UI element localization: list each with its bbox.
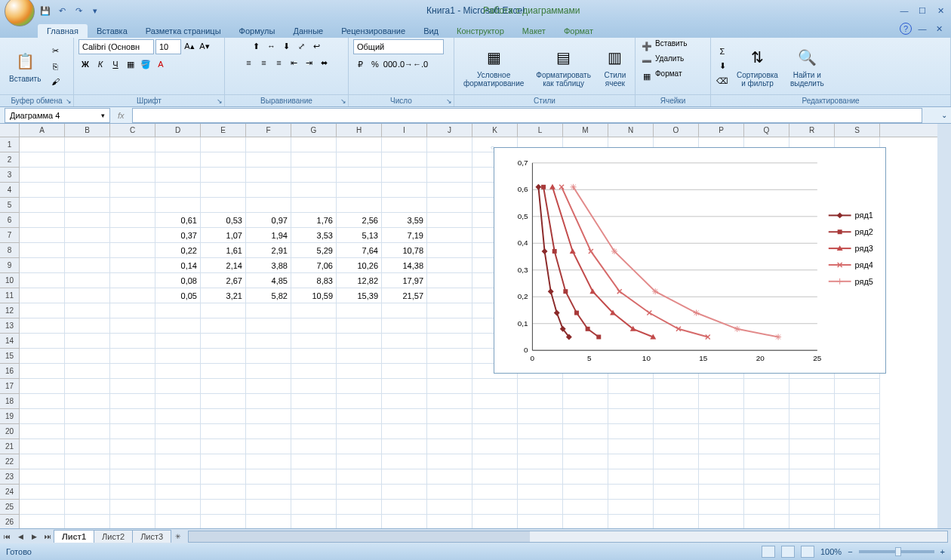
cell[interactable] — [20, 243, 65, 258]
cell[interactable] — [201, 168, 246, 183]
cell[interactable]: 10,78 — [382, 243, 427, 258]
cell[interactable] — [65, 273, 110, 288]
cell[interactable] — [65, 334, 110, 349]
cell[interactable] — [155, 318, 201, 334]
cell[interactable] — [654, 439, 699, 454]
column-header[interactable]: N — [608, 124, 654, 137]
sheet-tab-3[interactable]: Лист3 — [132, 530, 171, 543]
cell[interactable] — [382, 183, 427, 198]
select-all-corner[interactable] — [0, 124, 20, 137]
cell[interactable]: 15,39 — [337, 288, 382, 303]
cell[interactable] — [472, 469, 518, 485]
zoom-out-icon[interactable]: − — [848, 547, 852, 556]
cell[interactable] — [65, 258, 110, 273]
cell[interactable] — [427, 243, 472, 258]
cell[interactable] — [563, 409, 608, 424]
cell[interactable] — [699, 394, 744, 409]
cell[interactable] — [291, 394, 337, 409]
align-launcher-icon[interactable]: ↘ — [340, 97, 346, 105]
first-sheet-icon[interactable]: ⏮ — [0, 530, 14, 543]
cell[interactable] — [518, 379, 563, 394]
row-header[interactable]: 18 — [0, 394, 19, 409]
cell[interactable]: 5,29 — [291, 243, 337, 258]
cell[interactable] — [337, 379, 382, 394]
cell[interactable] — [291, 454, 337, 469]
cell[interactable] — [110, 228, 155, 243]
cell[interactable] — [20, 137, 65, 152]
cell[interactable]: 3,53 — [291, 228, 337, 243]
cell[interactable] — [20, 515, 65, 528]
cell[interactable] — [518, 469, 563, 485]
cell[interactable] — [110, 409, 155, 424]
cell[interactable] — [337, 137, 382, 152]
cell[interactable] — [155, 183, 201, 198]
cell[interactable]: 2,56 — [337, 213, 382, 228]
cell[interactable] — [65, 137, 110, 152]
cell[interactable] — [155, 424, 201, 439]
cell[interactable] — [337, 469, 382, 485]
prev-sheet-icon[interactable]: ◀ — [14, 530, 27, 543]
formula-input[interactable] — [132, 108, 922, 123]
cell[interactable] — [155, 454, 201, 469]
save-icon[interactable]: 💾 — [39, 5, 51, 17]
cell[interactable] — [608, 379, 654, 394]
cell[interactable] — [110, 454, 155, 469]
cell[interactable] — [835, 409, 880, 424]
cell[interactable] — [382, 349, 427, 364]
column-header[interactable]: H — [337, 124, 382, 137]
cell[interactable] — [110, 469, 155, 485]
cell[interactable] — [65, 439, 110, 454]
cell[interactable] — [20, 183, 65, 198]
font-color-icon[interactable]: A — [154, 57, 168, 71]
cell[interactable] — [20, 424, 65, 439]
cell[interactable] — [608, 454, 654, 469]
cell[interactable] — [246, 394, 291, 409]
tab-data[interactable]: Данные — [284, 24, 332, 38]
row-header[interactable]: 10 — [0, 273, 19, 288]
cell[interactable] — [201, 439, 246, 454]
cell[interactable] — [789, 500, 835, 515]
cell[interactable] — [472, 515, 518, 528]
vertical-scrollbar[interactable] — [937, 124, 951, 528]
cell[interactable] — [155, 500, 201, 515]
cell[interactable] — [110, 183, 155, 198]
clear-icon[interactable]: ⌫ — [716, 75, 729, 88]
cell[interactable] — [291, 198, 337, 213]
cell[interactable] — [518, 500, 563, 515]
cell[interactable] — [291, 485, 337, 500]
cell[interactable] — [110, 258, 155, 273]
cell[interactable] — [155, 485, 201, 500]
cell[interactable] — [563, 439, 608, 454]
cell[interactable] — [518, 515, 563, 528]
number-format-combo[interactable]: Общий — [353, 39, 444, 54]
cell[interactable] — [744, 379, 789, 394]
copy-icon[interactable]: ⎘ — [48, 60, 62, 73]
cell[interactable] — [835, 485, 880, 500]
delete-cells-button[interactable]: ➖Удалить — [640, 54, 706, 68]
decrease-decimal-icon[interactable]: ←.0 — [414, 57, 427, 71]
cell[interactable] — [65, 424, 110, 439]
cell[interactable] — [472, 485, 518, 500]
tab-formulas[interactable]: Формулы — [230, 24, 285, 38]
align-middle-icon[interactable]: ↔ — [265, 39, 279, 53]
row-header[interactable]: 23 — [0, 469, 19, 485]
cell[interactable] — [699, 409, 744, 424]
cell[interactable] — [246, 424, 291, 439]
wrap-text-icon[interactable]: ↩ — [310, 39, 324, 53]
cell[interactable] — [20, 349, 65, 364]
cell[interactable] — [246, 515, 291, 528]
cell[interactable] — [427, 228, 472, 243]
chart-object[interactable]: 00,10,20,30,40,50,60,70510152025ряд1ряд2… — [494, 147, 886, 374]
cell[interactable] — [65, 303, 110, 318]
cell[interactable] — [789, 379, 835, 394]
column-header[interactable]: A — [20, 124, 65, 137]
align-right-icon[interactable]: ≡ — [272, 56, 286, 69]
cell[interactable] — [654, 454, 699, 469]
cell[interactable] — [563, 424, 608, 439]
cell[interactable] — [472, 500, 518, 515]
cell[interactable] — [608, 469, 654, 485]
cell[interactable] — [744, 469, 789, 485]
cell[interactable] — [20, 469, 65, 485]
cell[interactable] — [608, 394, 654, 409]
increase-indent-icon[interactable]: ⇥ — [303, 56, 316, 69]
